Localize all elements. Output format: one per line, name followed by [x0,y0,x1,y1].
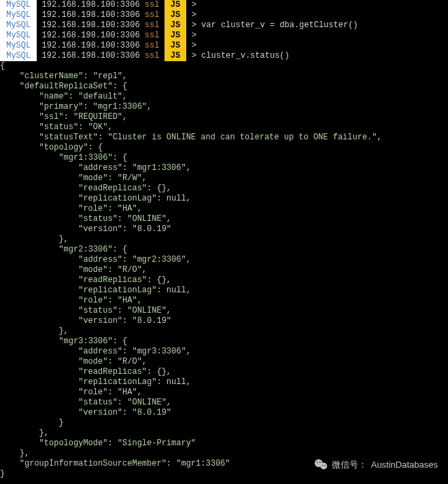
json-output-line: "clusterName": "repl", [0,71,448,82]
json-output-line: "readReplicas": {}, [0,275,448,286]
prompt-arrow: > [186,20,201,31]
prompt-host: 192.168.198.100:3306 [37,41,144,51]
mysql-tag: MySQL [0,0,37,10]
json-output-line: "readReplicas": {}, [0,184,448,194]
js-tag: JS [165,10,187,20]
prompt-line-3: MySQL 192.168.198.100:3306 ssl JS > [0,31,448,41]
json-output-line: }, [0,326,448,336]
svg-point-4 [322,465,323,466]
json-output-line: }, [0,235,448,245]
json-output-line: "replicationLag": null, [0,194,448,204]
prompt-ssl: ssl [145,10,160,20]
json-output-line: "version": "8.0.19" [0,316,448,326]
json-output-line: "status": "ONLINE", [0,214,448,224]
svg-point-2 [316,462,317,463]
json-output-line: "mode": "R/W", [0,173,448,184]
json-output-line: }, [0,428,448,438]
json-output-line: "replicationLag": null, [0,286,448,296]
svg-point-1 [320,463,327,470]
json-output-line: "defaultReplicaSet": { [0,82,448,92]
prompt-arrow: > [186,10,201,20]
json-output-line: } [0,469,448,479]
json-output-line: "version": "8.0.19" [0,224,448,235]
prompt-host: 192.168.198.100:3306 [37,0,144,10]
js-tag: JS [165,31,187,41]
js-tag: JS [165,41,187,51]
mysql-tag: MySQL [0,20,37,31]
prompt-host: 192.168.198.100:3306 [37,51,144,61]
prompt-arrow: > [186,0,201,10]
json-output-line: { [0,61,448,71]
json-output-line: "address": "mgr2:3306", [0,255,448,265]
prompt-host: 192.168.198.100:3306 [37,31,144,41]
mysql-tag: MySQL [0,10,37,20]
json-output-line: }, [0,449,448,459]
prompt-line-0: MySQL 192.168.198.100:3306 ssl JS > [0,0,448,10]
svg-point-5 [324,465,325,466]
mysql-tag: MySQL [0,31,37,41]
json-output-line: "version": "8.0.19" [0,408,448,418]
prompt-line-4: MySQL 192.168.198.100:3306 ssl JS > [0,41,448,51]
mysql-tag: MySQL [0,41,37,51]
json-output-line: "address": "mgr1:3306", [0,163,448,173]
json-output-line: "mgr1:3306": { [0,153,448,163]
json-output-line: "mgr3:3306": { [0,336,448,347]
watermark-name: AustinDatabases [371,460,438,470]
json-output-line: "topology": { [0,143,448,153]
json-output-line: "status": "ONLINE", [0,398,448,408]
mysql-tag: MySQL [0,51,37,61]
js-tag: JS [165,0,187,10]
prompt-line-2: MySQL 192.168.198.100:3306 ssl JS > var … [0,20,448,31]
watermark-prefix: 微信号： [332,460,367,470]
json-output-line: "readReplicas": {}, [0,367,448,377]
json-output-line: "address": "mgr3:3306", [0,347,448,357]
prompt-line-5: MySQL 192.168.198.100:3306 ssl JS > clus… [0,51,448,61]
wechat-icon [314,458,328,470]
wechat-watermark: 微信号：AustinDatabases [314,458,438,470]
prompt-ssl: ssl [145,20,160,31]
json-output-line: "role": "HA", [0,387,448,398]
json-output-line: "statusText": "Cluster is ONLINE and can… [0,133,448,143]
prompt-ssl: ssl [145,51,160,61]
json-output-line: "role": "HA", [0,296,448,306]
json-output-line: "mode": "R/O", [0,265,448,275]
js-tag: JS [165,20,187,31]
json-output-line: "mode": "R/O", [0,357,448,367]
json-output-line: "primary": "mgr1:3306", [0,102,448,112]
json-output-line: "name": "default", [0,92,448,102]
prompt-ssl: ssl [145,41,160,51]
json-output-line: "status": "ONLINE", [0,306,448,316]
terminal-output: MySQL 192.168.198.100:3306 ssl JS > MySQ… [0,0,448,479]
prompt-ssl: ssl [145,31,160,41]
json-output-line: } [0,418,448,428]
json-output-line: "role": "HA", [0,204,448,214]
svg-point-3 [320,462,321,463]
prompt-host: 192.168.198.100:3306 [37,10,144,20]
json-output-line: "mgr2:3306": { [0,245,448,255]
js-tag: JS [165,51,187,61]
json-output-line: "status": "OK", [0,122,448,133]
json-output-line: "topologyMode": "Single-Primary" [0,438,448,449]
prompt-ssl: ssl [145,0,160,10]
prompt-arrow: > [186,41,201,51]
json-output-line: "ssl": "REQUIRED", [0,112,448,122]
prompt-command: cluster_v.status() [201,51,290,61]
prompt-line-1: MySQL 192.168.198.100:3306 ssl JS > [0,10,448,20]
prompt-host: 192.168.198.100:3306 [37,20,144,31]
prompt-arrow: > [186,31,201,41]
json-output-line: "replicationLag": null, [0,377,448,387]
prompt-arrow: > [186,51,201,61]
prompt-command: var cluster_v = dba.getCluster() [201,20,358,31]
